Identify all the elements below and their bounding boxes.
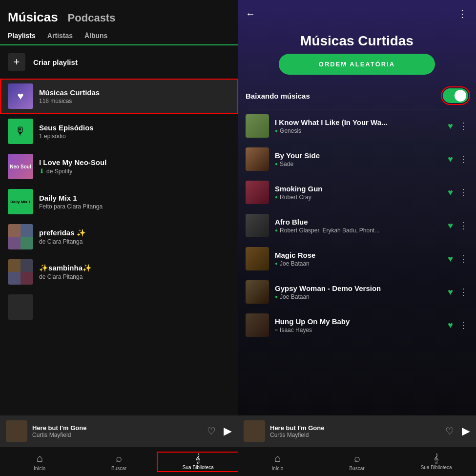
preferidas-sub: de Clara Pitanga: [39, 238, 230, 245]
dailymix-thumb: Daily Mix 1: [8, 189, 33, 214]
player-play-right[interactable]: ▶: [462, 425, 470, 437]
song-title-4: Magic Rose: [275, 251, 442, 259]
song-title-5: Gypsy Woman - Demo Version: [275, 284, 442, 292]
episodes-name: Seus Episódios: [39, 124, 230, 132]
tab-albuns[interactable]: Álbuns: [84, 32, 107, 44]
song-heart-1[interactable]: ♥: [448, 154, 453, 165]
downloaded-dot-2: ●: [275, 194, 278, 200]
song-artist-5: ● Joe Bataan: [275, 293, 442, 300]
player-info-left: Here but I'm Gone Curtis Mayfield: [32, 424, 202, 438]
player-artist-right: Curtis Mayfield: [270, 432, 440, 438]
song-title-6: Hung Up On My Baby: [275, 317, 442, 326]
library-icon-left: 𝄞: [195, 454, 201, 464]
song-more-4[interactable]: ⋮: [459, 253, 468, 264]
song-thumb-0: [246, 114, 269, 138]
sambinha-info: ✨sambinha✨ de Clara Pitanga: [39, 264, 230, 280]
nav-buscar-label-left: Buscar: [111, 466, 126, 471]
playlist-item-dailymix[interactable]: Daily Mix 1 Daily Mix 1 Feito para Clara…: [0, 184, 238, 219]
player-heart-left[interactable]: ♡: [207, 425, 216, 437]
preferidas-info: preferidas ✨ de Clara Pitanga: [39, 228, 230, 245]
player-play-left[interactable]: ▶: [224, 425, 232, 437]
song-actions-2: ♥ ⋮: [448, 187, 468, 198]
playlist-item-preferidas[interactable]: preferidas ✨ de Clara Pitanga: [0, 219, 238, 254]
right-header-bar: ← ⋮: [238, 0, 476, 23]
song-heart-6[interactable]: ♥: [448, 320, 453, 331]
playlist-item-sambinha[interactable]: ✨sambinha✨ de Clara Pitanga: [0, 254, 238, 290]
song-item-5[interactable]: Gypsy Woman - Demo Version ● Joe Bataan …: [238, 275, 476, 309]
playlist-item-episodes[interactable]: 🎙 Seus Episódios 1 episódio: [0, 114, 238, 149]
song-heart-2[interactable]: ♥: [448, 187, 453, 198]
song-thumb-2: [246, 181, 269, 204]
song-item-3[interactable]: Afro Blue ● Robert Glasper, Erykah Badu,…: [238, 209, 476, 242]
library-icon-right: 𝄞: [434, 454, 439, 464]
song-more-5[interactable]: ⋮: [459, 287, 468, 297]
bottom-nav-left: ⌂ Início ⌕ Buscar 𝄞 Sua Biblioteca: [0, 447, 238, 476]
player-heart-right[interactable]: ♡: [445, 425, 454, 437]
downloading-row: Baixando músicas: [238, 84, 476, 109]
song-item-1[interactable]: By Your Side ● Sade ♥ ⋮: [238, 143, 476, 176]
song-item-0[interactable]: I Know What I Like (In Your Wa... ● Gene…: [238, 109, 476, 143]
sambinha-sub: de Clara Pitanga: [39, 273, 230, 280]
nav-inicio-label-left: Início: [34, 466, 45, 471]
tab-playlists[interactable]: Playlists: [8, 32, 36, 45]
song-heart-0[interactable]: ♥: [448, 121, 453, 131]
search-icon-right: ⌕: [354, 452, 360, 465]
song-title-1: By Your Side: [275, 151, 442, 160]
episodes-sub: 1 episódio: [39, 133, 230, 140]
song-item-6[interactable]: Hung Up On My Baby ○ Isaac Hayes ♥ ⋮: [238, 309, 476, 342]
song-title-0: I Know What I Like (In Your Wa...: [275, 118, 442, 126]
tab-artistas[interactable]: Artistas: [47, 32, 73, 44]
player-thumb-right: [244, 420, 265, 442]
song-title-3: Afro Blue: [275, 218, 442, 226]
nav-buscar-right[interactable]: ⌕ Buscar: [317, 452, 397, 471]
playlist-item-partial[interactable]: [0, 290, 238, 325]
neosoul-info: I Love My Neo-Soul ⬇ de Spotify: [39, 158, 230, 175]
song-more-6[interactable]: ⋮: [459, 320, 468, 331]
song-thumb-4: [246, 247, 269, 270]
create-playlist-button[interactable]: +: [8, 53, 25, 71]
nav-buscar-left[interactable]: ⌕ Buscar: [79, 452, 158, 471]
nav-biblioteca-left[interactable]: 𝄞 Sua Biblioteca: [159, 454, 238, 470]
tab-musicas[interactable]: Músicas: [8, 10, 58, 25]
playlist-item-neosoul[interactable]: Neo Soul I Love My Neo-Soul ⬇ de Spotify: [0, 149, 238, 184]
shuffle-button[interactable]: ORDEM ALEATÓRIA: [279, 54, 435, 75]
song-info-4: Magic Rose ● Joe Bataan: [275, 251, 442, 267]
player-artist-left: Curtis Mayfield: [32, 432, 202, 438]
song-more-1[interactable]: ⋮: [459, 154, 468, 165]
nav-inicio-left[interactable]: ⌂ Início: [0, 452, 79, 471]
playlist-item-liked[interactable]: ♥ Músicas Curtidas 118 músicas: [0, 79, 238, 114]
song-heart-5[interactable]: ♥: [448, 287, 453, 297]
song-info-3: Afro Blue ● Robert Glasper, Erykah Badu,…: [275, 218, 442, 234]
more-button[interactable]: ⋮: [457, 8, 468, 20]
song-info-2: Smoking Gun ● Robert Cray: [275, 185, 442, 201]
song-item-2[interactable]: Smoking Gun ● Robert Cray ♥ ⋮: [238, 176, 476, 209]
song-actions-4: ♥ ⋮: [448, 253, 468, 264]
song-actions-6: ♥ ⋮: [448, 320, 468, 331]
nav-buscar-label-right: Buscar: [349, 466, 364, 471]
nav-biblioteca-right[interactable]: 𝄞 Sua Biblioteca: [396, 454, 476, 470]
song-more-2[interactable]: ⋮: [459, 187, 468, 198]
partial-thumb: [8, 294, 33, 320]
player-title-right: Here but I'm Gone: [270, 424, 440, 432]
dailymix-name: Daily Mix 1: [39, 194, 230, 202]
song-more-3[interactable]: ⋮: [459, 220, 468, 231]
song-artist-2: ● Robert Cray: [275, 194, 442, 201]
sambinha-name: ✨sambinha✨: [39, 264, 230, 272]
download-toggle[interactable]: [443, 88, 468, 103]
nav-inicio-right[interactable]: ⌂ Início: [238, 452, 317, 471]
song-heart-4[interactable]: ♥: [448, 254, 453, 264]
preferidas-name: preferidas ✨: [39, 228, 230, 237]
song-item-4[interactable]: Magic Rose ● Joe Bataan ♥ ⋮: [238, 242, 476, 275]
episodes-info: Seus Episódios 1 episódio: [39, 124, 230, 140]
neosoul-sub: ⬇ de Spotify: [39, 167, 230, 175]
back-button[interactable]: ←: [246, 8, 255, 20]
search-icon-left: ⌕: [116, 452, 122, 465]
nav-inicio-label-right: Início: [271, 466, 283, 471]
nav-biblioteca-label-right: Sua Biblioteca: [421, 465, 452, 470]
song-heart-3[interactable]: ♥: [448, 221, 453, 231]
downloaded-dot-3: ●: [275, 228, 278, 233]
tab-podcasts[interactable]: Podcasts: [68, 12, 116, 24]
song-more-0[interactable]: ⋮: [459, 121, 468, 131]
song-info-0: I Know What I Like (In Your Wa... ● Gene…: [275, 118, 442, 134]
liked-info: Músicas Curtidas 118 músicas: [39, 88, 230, 104]
